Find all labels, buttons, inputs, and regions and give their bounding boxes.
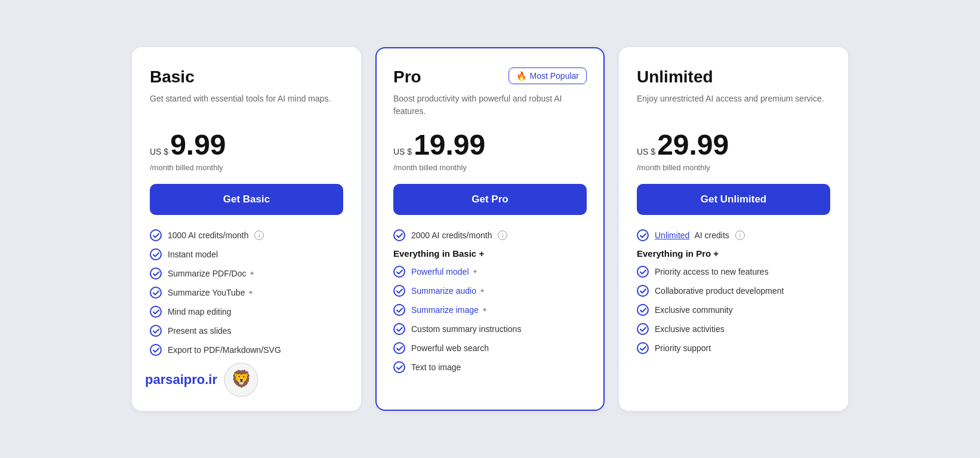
feature-item: 2000 AI credits/monthi <box>393 229 587 241</box>
check-icon <box>150 325 162 337</box>
price-row: US $ 9.99 <box>150 131 343 159</box>
section-header-text: Everything in Pro + <box>637 248 719 259</box>
price-period: /month billed monthly <box>393 163 587 172</box>
feature-text: Instant model <box>168 250 218 259</box>
feature-item: Summarize image✦ <box>393 304 587 316</box>
section-header-text: Everything in Basic + <box>393 248 484 259</box>
price-row: US $ 29.99 <box>637 131 830 159</box>
unlimited-link: Unlimited <box>655 230 689 240</box>
feature-item: Instant model <box>150 248 343 260</box>
price-section: US $ 9.99 <box>150 131 343 159</box>
feature-text: Text to image <box>411 362 461 372</box>
check-icon <box>150 306 162 318</box>
info-icon[interactable]: i <box>735 230 745 240</box>
feature-text: Present as slides <box>168 326 232 336</box>
price-amount: 9.99 <box>170 131 226 159</box>
feature-item: 1000 AI credits/monthi <box>150 229 343 241</box>
most-popular-badge: 🔥Most Popular <box>509 67 587 84</box>
features-list: Unlimited AI creditsiEverything in Pro +… <box>637 229 830 354</box>
price-currency: US $ <box>150 147 168 156</box>
check-icon <box>393 229 405 241</box>
features-list: 1000 AI credits/monthiInstant modelSumma… <box>150 229 343 356</box>
badge-text: Most Popular <box>530 71 579 81</box>
spark-icon: ✦ <box>248 288 254 297</box>
feature-item: Exclusive activities <box>637 323 830 335</box>
check-icon <box>150 344 162 356</box>
check-icon <box>150 268 162 279</box>
feature-item: Summarize YouTube✦ <box>150 287 343 299</box>
check-icon <box>393 285 405 297</box>
plan-name: Pro <box>393 67 421 87</box>
feature-text: Exclusive community <box>655 305 733 315</box>
price-section: US $ 29.99 <box>637 131 830 159</box>
feature-text: Summarize image✦ <box>411 305 488 315</box>
feature-text: Summarize audio✦ <box>411 286 485 296</box>
watermark-logo: 🦁 <box>223 362 259 398</box>
feature-item: Export to PDF/Markdown/SVG <box>150 344 343 356</box>
feature-text: Unlimited AI credits <box>655 230 729 240</box>
plan-card-basic: BasicGet started with essential tools fo… <box>132 47 361 411</box>
plan-header: Basic <box>150 67 343 87</box>
feature-text: Mind map editing <box>168 307 232 316</box>
price-row: US $ 19.99 <box>393 131 587 159</box>
feature-text: Summarize PDF/Doc✦ <box>168 269 255 278</box>
watermark-text: parsaipro.ir <box>145 372 217 388</box>
check-icon <box>637 285 649 297</box>
plan-description: Boost productivity with powerful and rob… <box>393 93 587 119</box>
price-currency: US $ <box>393 147 412 156</box>
features-list: 2000 AI credits/monthiEverything in Basi… <box>393 229 587 373</box>
check-icon <box>637 323 649 335</box>
feature-item: Text to image <box>393 361 587 373</box>
info-icon[interactable]: i <box>498 230 507 240</box>
feature-item: Everything in Pro + <box>637 248 830 259</box>
plan-description: Get started with essential tools for AI … <box>150 93 343 119</box>
flame-icon: 🔥 <box>516 71 526 81</box>
spark-icon: ✦ <box>482 306 488 314</box>
feature-text: Priority support <box>655 343 711 353</box>
price-amount: 29.99 <box>657 131 729 159</box>
check-icon <box>637 229 649 241</box>
feature-item: Collaborative product development <box>637 285 830 297</box>
info-icon[interactable]: i <box>254 230 264 240</box>
feature-text: Powerful web search <box>411 343 489 353</box>
spark-icon: ✦ <box>472 268 478 276</box>
cta-button-unlimited[interactable]: Get Unlimited <box>637 184 830 215</box>
plan-header: Unlimited <box>637 67 830 87</box>
price-period: /month billed monthly <box>150 163 343 172</box>
feature-item: Priority support <box>637 342 830 354</box>
check-icon <box>393 266 405 278</box>
feature-item: Present as slides <box>150 325 343 337</box>
feature-text: Exclusive activities <box>655 324 725 334</box>
feature-text: Custom summary instructions <box>411 324 521 334</box>
check-icon <box>637 342 649 354</box>
price-currency: US $ <box>637 147 655 156</box>
check-icon <box>637 266 649 278</box>
pricing-container: BasicGet started with essential tools fo… <box>132 47 848 411</box>
cta-button-basic[interactable]: Get Basic <box>150 184 343 215</box>
check-icon <box>393 342 405 354</box>
feature-text: Export to PDF/Markdown/SVG <box>168 345 281 355</box>
plan-card-pro: Pro🔥Most PopularBoost productivity with … <box>375 47 605 411</box>
feature-item: Summarize PDF/Doc✦ <box>150 268 343 279</box>
feature-item: Everything in Basic + <box>393 248 587 259</box>
feature-item: Powerful model✦ <box>393 266 587 278</box>
plan-card-unlimited: UnlimitedEnjoy unrestricted AI access an… <box>619 47 848 411</box>
feature-text: 2000 AI credits/month <box>411 230 492 240</box>
price-section: US $ 19.99 <box>393 131 587 159</box>
watermark: parsaipro.ir 🦁 <box>145 362 259 398</box>
check-icon <box>637 304 649 316</box>
check-icon <box>393 304 405 316</box>
plan-description: Enjoy unrestricted AI access and premium… <box>637 93 830 119</box>
feature-text: Powerful model✦ <box>411 267 478 276</box>
check-icon <box>150 287 162 299</box>
plan-header: Pro🔥Most Popular <box>393 67 587 87</box>
spark-icon: ✦ <box>249 269 255 278</box>
check-icon <box>393 323 405 335</box>
feature-item: Powerful web search <box>393 342 587 354</box>
price-period: /month billed monthly <box>637 163 830 172</box>
feature-item: Unlimited AI creditsi <box>637 229 830 241</box>
check-icon <box>150 248 162 260</box>
feature-text: Collaborative product development <box>655 286 784 296</box>
cta-button-pro[interactable]: Get Pro <box>393 184 587 215</box>
feature-item: Custom summary instructions <box>393 323 587 335</box>
